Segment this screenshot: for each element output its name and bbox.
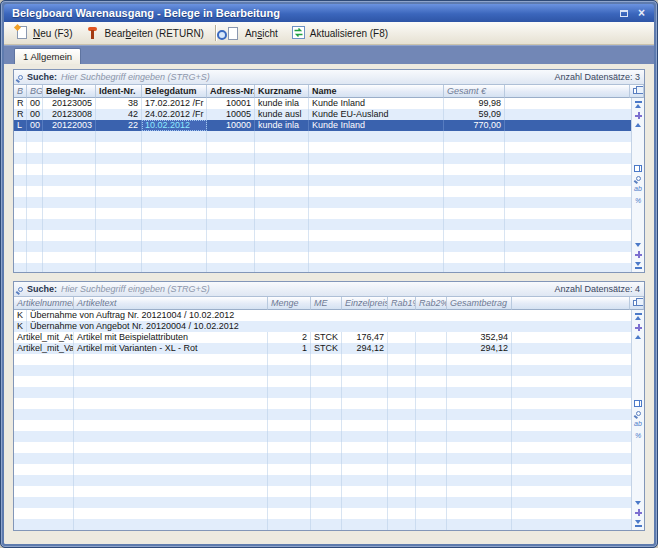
table-row-empty[interactable] [14,197,644,208]
search-input[interactable]: Hier Suchbegriff eingeben (STRG+S) [61,72,550,82]
scroll-bottom-icon[interactable] [635,520,642,527]
table-row-empty[interactable] [14,263,644,272]
table-row-empty[interactable] [14,175,644,186]
search-input[interactable]: Hier Suchbegriff eingeben (STRG+S) [61,284,550,294]
insert-row-icon[interactable] [635,509,642,516]
cell [444,252,505,263]
positions-search-bar[interactable]: Suche: Hier Suchbegriff eingeben (STRG+S… [14,282,644,297]
table-row-empty[interactable] [14,354,644,365]
column-header-me[interactable]: ME [311,297,342,310]
scroll-bottom-icon[interactable] [635,262,642,269]
toolbar-button-bearbeiten-return[interactable]: Bearbeiten (RETURN) [79,23,210,43]
table-row[interactable]: R00201230053817.02.2012 /Fr10001kunde in… [14,98,644,109]
table-row-empty[interactable] [14,486,644,497]
table-row-empty[interactable] [14,387,644,398]
table-row-empty[interactable] [14,453,644,464]
columns-icon[interactable] [634,165,642,172]
filter-icon[interactable]: % [635,197,641,205]
column-header-belegdatum[interactable]: Belegdatum [142,85,207,98]
column-header-ident-nr[interactable]: Ident-Nr. [96,85,142,98]
zoom-icon[interactable] [636,411,641,416]
restore-window-icon[interactable] [616,7,631,20]
table-row-empty[interactable] [14,497,644,508]
sum-icon[interactable]: ab [634,185,642,193]
column-chooser-icon[interactable] [630,297,644,310]
cell [444,142,505,153]
table-row-empty[interactable] [14,365,644,376]
sum-icon[interactable]: ab [634,420,642,428]
cell: kunde inla [255,98,309,109]
toolbar-button-neu-f3[interactable]: Neu (F3) [8,23,79,43]
column-header-filler[interactable] [512,297,630,310]
scroll-up-icon[interactable] [635,123,641,127]
filter-icon[interactable]: % [635,432,641,440]
toolbar-button-label: Ansicht [245,28,278,39]
scroll-down-icon[interactable] [635,243,641,247]
table-row-empty[interactable] [14,409,644,420]
toolbar-button-aktualisieren-f8[interactable]: Aktualisieren (F8) [285,23,395,43]
column-header-filler[interactable] [505,85,630,98]
tab-allgemein[interactable]: 1 Allgemein [14,48,81,64]
table-row-empty[interactable] [14,142,644,153]
column-header-b[interactable]: B [14,85,27,98]
cell [74,486,268,497]
table-row-empty[interactable] [14,519,644,530]
column-header-rab2[interactable]: Rab2% [416,297,447,310]
table-row[interactable]: R00201230084224.02.2012 /Fr10005kunde au… [14,109,644,120]
titlebar[interactable]: Belegboard Warenausgang - Belege in Bear… [4,4,654,22]
column-chooser-icon[interactable] [630,85,644,98]
table-row-empty[interactable] [14,464,644,475]
table-row-empty[interactable] [14,131,644,142]
column-header-artikeltext[interactable]: Artikeltext [74,297,268,310]
table-row-empty[interactable] [14,376,644,387]
window-body: Neu (F3)Bearbeiten (RETURN)AnsichtAktual… [4,22,654,544]
scroll-top-icon[interactable] [635,101,642,108]
table-row-empty[interactable] [14,431,644,442]
toolbar-button-ansicht[interactable]: Ansicht [220,23,285,43]
insert-row-icon[interactable] [635,112,642,119]
table-row-empty[interactable] [14,442,644,453]
cell [342,508,388,519]
table-row[interactable]: L00201220032210.02.201210000kunde inlaKu… [14,120,644,131]
table-row-empty[interactable] [14,219,644,230]
column-header-menge[interactable]: Menge [268,297,311,310]
table-row-empty[interactable] [14,186,644,197]
table-row-empty[interactable] [14,508,644,519]
table-row[interactable]: Artikel_mit_VariantArtikel mit Varianten… [14,343,644,354]
column-header-gesamt[interactable]: Gesamt € [444,85,505,98]
cell [74,387,268,398]
table-row-empty[interactable] [14,208,644,219]
scroll-down-icon[interactable] [635,501,641,505]
cell [207,263,255,272]
table-row-empty[interactable] [14,230,644,241]
insert-row-icon[interactable] [635,324,642,331]
column-header-rab1[interactable]: Rab1% [388,297,416,310]
table-row[interactable]: KÜbernahme von Auftrag Nr. 20121004 / 10… [14,310,644,321]
close-icon[interactable]: × [634,7,649,20]
zoom-icon[interactable] [636,176,641,181]
column-header-einzelpreis[interactable]: Einzelpreis [342,297,388,310]
cell [43,186,96,197]
column-header-bg[interactable]: BG [27,85,43,98]
table-row-empty[interactable] [14,241,644,252]
table-row[interactable]: KÜbernahme von Angebot Nr. 20120004 / 10… [14,321,644,332]
scroll-up-icon[interactable] [635,335,641,339]
column-header-gesamtbetrag[interactable]: Gesamtbetrag [447,297,512,310]
cell: 20123005 [43,98,96,109]
table-row-empty[interactable] [14,153,644,164]
columns-icon[interactable] [634,400,642,407]
table-row-empty[interactable] [14,398,644,409]
documents-search-bar[interactable]: Suche: Hier Suchbegriff eingeben (STRG+S… [14,70,644,85]
column-header-artikelnummer[interactable]: Artikelnummer [14,297,74,310]
table-row-empty[interactable] [14,252,644,263]
column-header-name[interactable]: Name [309,85,444,98]
table-row-empty[interactable] [14,475,644,486]
column-header-adress-nr[interactable]: Adress-Nr. [207,85,255,98]
scroll-top-icon[interactable] [635,313,642,320]
table-row-empty[interactable] [14,164,644,175]
table-row[interactable]: Artikel_mit_AttribuArtikel mit Beispiela… [14,332,644,343]
column-header-kurzname[interactable]: Kurzname [255,85,309,98]
insert-row-icon[interactable] [635,251,642,258]
column-header-beleg-nr[interactable]: Beleg-Nr. [43,85,96,98]
table-row-empty[interactable] [14,420,644,431]
